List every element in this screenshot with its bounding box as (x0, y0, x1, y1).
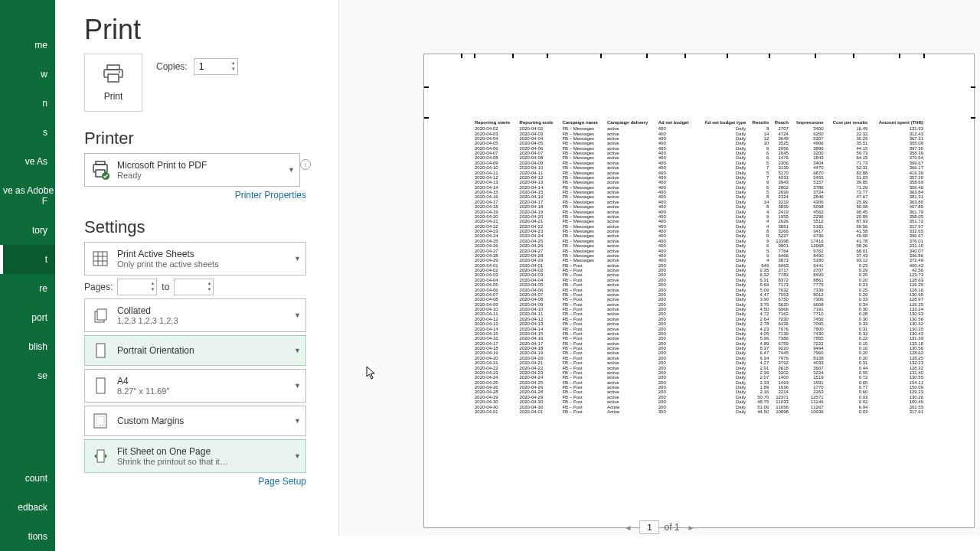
scaling-title: Fit Sheet on One Page (117, 446, 228, 457)
sidebar-item[interactable]: blish (0, 332, 55, 361)
chevron-down-icon: ▼ (294, 311, 301, 319)
printer-dropdown[interactable]: Microsoft Print to PDF Ready ▼ (84, 153, 300, 187)
sidebar-item[interactable]: w (0, 60, 55, 89)
spinner-arrows-icon[interactable]: ▲▼ (231, 60, 236, 72)
backstage-sidebar: mewnsve Asve as Adobe Ftorytreportblishs… (0, 0, 55, 551)
table-header: Campaign name (560, 120, 606, 126)
chevron-down-icon: ▼ (294, 382, 301, 390)
page-to-input[interactable] (175, 282, 205, 292)
chevron-down-icon: ▼ (288, 166, 295, 174)
collate-icon (90, 305, 111, 326)
svg-rect-8 (93, 252, 107, 266)
table-header: Campaign delivery (606, 120, 657, 126)
sidebar-item[interactable]: edback (0, 493, 55, 522)
fit-icon (90, 445, 111, 467)
print-backstage: Print Print Copies: ▲▼ Printer i (55, 0, 980, 551)
page-icon (90, 375, 111, 396)
table-header: Cost per results (825, 120, 870, 126)
collate-dropdown[interactable]: Collated 1,2,3 1,2,3 1,2,3 ▼ (84, 298, 306, 332)
margins-label: Custom Margins (117, 416, 184, 426)
print-button[interactable]: Print (84, 54, 142, 112)
scaling-sub: Shrink the printout so that it… (117, 457, 228, 466)
sidebar-item[interactable]: s (0, 118, 55, 147)
print-what-title: Print Active Sheets (117, 249, 219, 259)
sidebar-item[interactable]: ve As (0, 147, 55, 176)
table-header: Results (747, 120, 770, 126)
print-preview: Reporting startsReporting endsCampaign n… (338, 0, 980, 536)
printer-icon (101, 64, 126, 86)
table-header: Ad set budget (657, 120, 696, 126)
printer-ready-icon (90, 159, 111, 181)
table-row: 2020-04-012020-04-01FB – PostActive350Da… (473, 409, 925, 414)
svg-rect-19 (97, 450, 104, 462)
paper-title: A4 (117, 376, 169, 386)
copies-input[interactable] (194, 61, 225, 72)
margins-dropdown[interactable]: Custom Margins ▼ (84, 406, 306, 436)
paper-sub: 8.27" x 11.69" (117, 386, 169, 396)
scaling-dropdown[interactable]: Fit Sheet on One Page Shrink the printou… (84, 439, 306, 473)
sidebar-item[interactable]: se (0, 361, 55, 390)
portrait-icon (90, 340, 111, 361)
sidebar-item[interactable]: tions (0, 522, 55, 551)
svg-rect-15 (96, 344, 105, 357)
svg-rect-0 (107, 65, 119, 70)
sidebar-item[interactable]: re (0, 274, 55, 303)
spinner-arrows-icon[interactable]: ▲▼ (207, 280, 211, 292)
spinner-arrows-icon[interactable]: ▲▼ (150, 280, 155, 292)
margins-icon (90, 410, 111, 432)
page-total: of 1 (664, 522, 679, 533)
chevron-down-icon: ▼ (294, 417, 301, 425)
printer-properties-link[interactable]: Printer Properties (84, 190, 306, 201)
page-to-spinner[interactable]: ▲▼ (174, 279, 214, 295)
print-what-dropdown[interactable]: Print Active Sheets Only print the activ… (84, 242, 306, 276)
sidebar-item[interactable]: port (0, 303, 55, 332)
svg-point-3 (119, 71, 120, 73)
print-what-sub: Only print the active sheets (117, 259, 219, 269)
pages-label: Pages: (84, 282, 113, 292)
pages-to-label: to (162, 282, 169, 292)
chevron-down-icon: ▼ (294, 255, 301, 262)
copies-label: Copies: (156, 61, 188, 72)
table-header: Reporting starts (473, 120, 518, 126)
orientation-dropdown[interactable]: Portrait Orientation ▼ (84, 335, 306, 366)
orientation-label: Portrait Orientation (117, 345, 194, 356)
info-icon[interactable]: i (300, 159, 311, 170)
sheets-icon (90, 248, 111, 269)
copies-spinner[interactable]: ▲▼ (194, 58, 238, 75)
svg-rect-14 (97, 309, 106, 320)
svg-rect-16 (96, 378, 105, 393)
table-header: Reach (770, 120, 790, 126)
page-navigator: ◄ of 1 ► (622, 520, 698, 534)
paper-size-dropdown[interactable]: A4 8.27" x 11.69" ▼ (84, 369, 306, 403)
table-header: Impressions (790, 120, 825, 126)
chevron-down-icon: ▼ (294, 347, 301, 354)
sidebar-item[interactable]: tory (0, 216, 55, 245)
next-page-button[interactable]: ► (684, 523, 698, 532)
sidebar-item[interactable]: count (0, 464, 55, 493)
preview-table: Reporting startsReporting endsCampaign n… (473, 120, 925, 414)
printer-status: Ready (117, 171, 207, 180)
current-page-input[interactable] (639, 520, 659, 534)
print-button-label: Print (104, 91, 123, 102)
prev-page-button[interactable]: ◄ (622, 523, 635, 532)
printer-name: Microsoft Print to PDF (117, 160, 207, 171)
settings-heading: Settings (84, 217, 306, 237)
table-header: Reporting ends (518, 120, 561, 126)
svg-rect-5 (96, 161, 105, 165)
page-from-spinner[interactable]: ▲▼ (117, 279, 157, 295)
collate-title: Collated (117, 305, 178, 316)
table-header: Ad set budget type (696, 120, 747, 126)
sidebar-item[interactable]: t (0, 245, 55, 274)
chevron-down-icon: ▼ (294, 452, 301, 460)
sidebar-item[interactable]: ve as Adobe F (0, 176, 55, 216)
page-from-input[interactable] (118, 282, 149, 292)
sidebar-item[interactable]: me (0, 31, 55, 60)
page-setup-link[interactable]: Page Setup (84, 476, 306, 487)
preview-page: Reporting startsReporting endsCampaign n… (423, 54, 975, 528)
printer-heading: Printer (84, 129, 306, 148)
table-header: Amount spent (THB) (869, 120, 925, 126)
svg-rect-2 (108, 74, 119, 82)
collate-sub: 1,2,3 1,2,3 1,2,3 (117, 316, 178, 325)
sidebar-item[interactable]: n (0, 89, 55, 118)
